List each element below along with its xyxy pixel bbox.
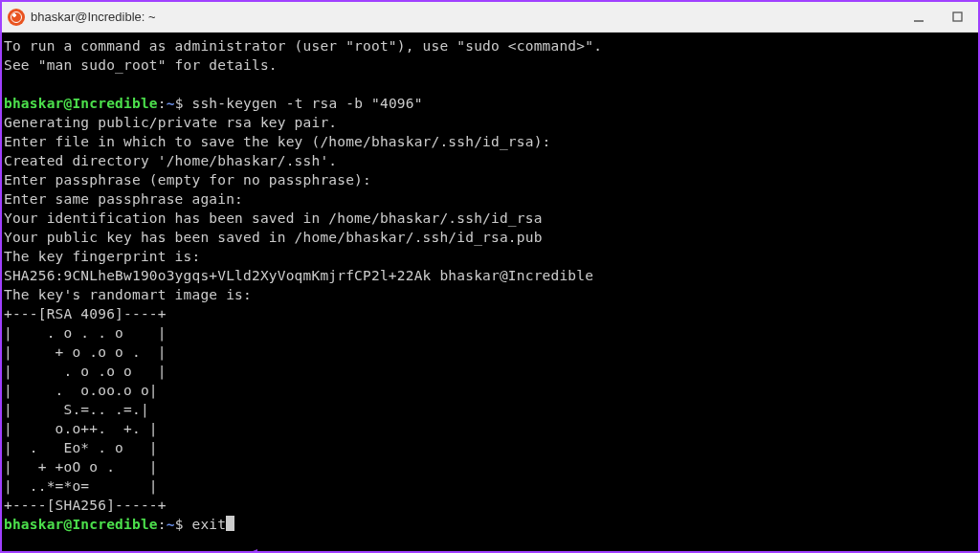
randomart-line: | . o . . o | <box>4 323 976 343</box>
output-line: To run a command as administrator (user … <box>4 36 976 55</box>
output-line: Enter passphrase (empty for no passphras… <box>4 170 976 189</box>
randomart-line: | . o.oo.o o| <box>4 381 976 400</box>
randomart-line: | + o .o o . | <box>4 343 976 362</box>
svg-rect-1 <box>953 12 962 21</box>
window-title: bhaskar@Incredible: ~ <box>31 10 156 24</box>
output-line: See "man sudo_root" for details. <box>4 55 976 75</box>
prompt-dollar: $ <box>175 96 184 111</box>
randomart-line: | ..*=*o= | <box>4 476 976 496</box>
svg-marker-2 <box>236 549 399 553</box>
randomart-line: +---[RSA 4096]----+ <box>4 304 976 323</box>
output-line: Your identification has been saved in /h… <box>4 209 976 228</box>
terminal-cursor <box>226 516 234 531</box>
randomart-line: | . Eo* . o | <box>4 438 976 457</box>
minimize-button[interactable] <box>911 10 926 25</box>
output-line: SHA256:9CNLheBw190o3ygqs+VLld2XyVoqmKmjr… <box>4 266 976 285</box>
terminal-area[interactable]: To run a command as administrator (user … <box>2 33 978 551</box>
ubuntu-icon <box>8 9 25 26</box>
output-line: Created directory '/home/bhaskar/.ssh'. <box>4 151 976 170</box>
output-line: Generating public/private rsa key pair. <box>4 113 976 132</box>
window-titlebar: bhaskar@Incredible: ~ <box>2 2 978 33</box>
output-line: Enter file in which to save the key (/ho… <box>4 132 976 151</box>
prompt-path: ~ <box>167 96 175 111</box>
maximize-button[interactable] <box>949 10 965 25</box>
blank-line <box>4 75 976 94</box>
command-input[interactable]: exit <box>192 517 227 532</box>
randomart-line: +----[SHA256]-----+ <box>4 496 976 515</box>
randomart-line: | S.=.. .=.| <box>4 400 976 419</box>
command-text: ssh-keygen -t rsa -b "4096" <box>192 96 423 111</box>
output-line: Enter same passphrase again: <box>4 189 976 209</box>
window-controls <box>911 10 972 25</box>
prompt-dollar: $ <box>175 517 184 532</box>
prompt-line-current: bhaskar@Incredible:~$ exit <box>4 515 976 534</box>
output-line: Your public key has been saved in /home/… <box>4 228 976 247</box>
randomart-line: | . o .o o | <box>4 362 976 381</box>
output-line: The key's randomart image is: <box>4 285 976 304</box>
prompt-line: bhaskar@Incredible:~$ ssh-keygen -t rsa … <box>4 94 976 113</box>
randomart-line: | o.o++. +. | <box>4 419 976 438</box>
prompt-user-host: bhaskar@Incredible <box>4 96 158 111</box>
randomart-line: | + +oO o . | <box>4 457 976 476</box>
annotation-arrow-icon <box>236 546 399 553</box>
prompt-path: ~ <box>167 517 175 532</box>
prompt-user-host: bhaskar@Incredible <box>4 517 158 532</box>
output-line: The key fingerprint is: <box>4 247 976 266</box>
